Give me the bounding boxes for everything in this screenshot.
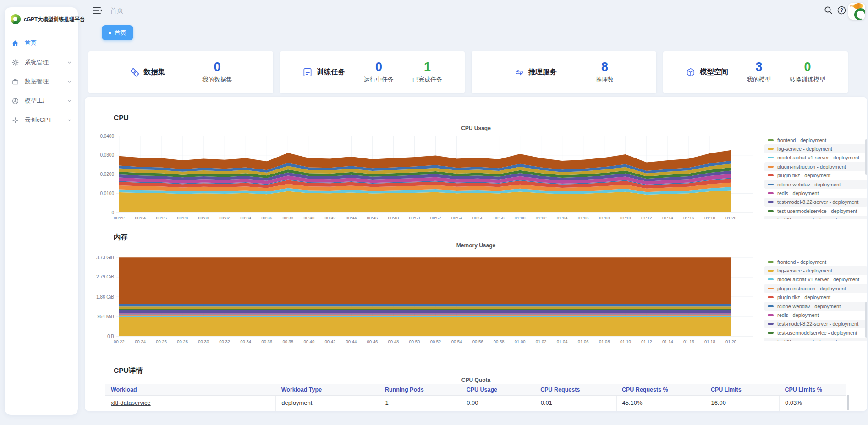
- legend-color-chip: [768, 305, 774, 307]
- x-tick-label: 00:42: [324, 339, 335, 344]
- cpu-chart: 00:2200:2400:2600:2800:3000:3200:3400:36…: [85, 133, 761, 226]
- x-tick-label: 00:28: [177, 339, 188, 344]
- stat-metric-label: 我的模型: [747, 76, 771, 84]
- legend-item[interactable]: rclone-webdav - deployment: [764, 180, 867, 189]
- stat-metric: 0转换训练模型: [790, 61, 825, 84]
- legend-label: redis - deployment: [777, 191, 819, 196]
- x-tick-label: 01:16: [683, 339, 694, 344]
- breadcrumb[interactable]: 首页: [110, 6, 123, 15]
- x-tick-label: 00:38: [282, 339, 293, 344]
- table-cell: [616, 410, 705, 412]
- x-tick-label: 01:18: [704, 215, 715, 220]
- stat-metric-value: 1: [412, 61, 442, 73]
- x-tick-label: 01:00: [515, 339, 526, 344]
- legend-item[interactable]: plugin-tikz - deployment: [764, 293, 867, 302]
- legend-item[interactable]: test-usermodelservice - deployment: [764, 207, 867, 215]
- legend-item-partial[interactable]: test08-server - deployment: [764, 338, 867, 341]
- sidebar-item-0[interactable]: 首页: [5, 33, 78, 53]
- stat-metric-label: 已完成任务: [412, 76, 442, 84]
- legend-item[interactable]: redis - deployment: [764, 189, 867, 197]
- legend-item[interactable]: redis - deployment: [764, 311, 867, 319]
- legend-label: redis - deployment: [777, 312, 819, 318]
- stat-card-3[interactable]: 模型空间3我的模型0转换训练模型: [663, 51, 848, 93]
- x-tick-label: 01:04: [557, 339, 568, 344]
- stat-metric: 1已完成任务: [412, 61, 442, 84]
- x-tick-label: 00:54: [451, 215, 462, 220]
- cpu-legend-scrollbar[interactable]: [865, 139, 867, 175]
- legend-item[interactable]: test-usermodelservice - deployment: [764, 328, 867, 337]
- x-tick-label: 00:36: [261, 339, 272, 344]
- memory-legend-scrollbar[interactable]: [865, 302, 867, 338]
- x-tick-label: 00:24: [135, 215, 146, 220]
- stat-card-1[interactable]: 训练任务0运行中任务1已完成任务: [280, 51, 465, 93]
- stat-card-0[interactable]: 数据集0我的数据集: [88, 51, 273, 93]
- x-tick-label: 00:56: [472, 339, 483, 344]
- legend-label: model-aichat-v1-server - deployment: [777, 277, 859, 282]
- legend-item[interactable]: plugin-tikz - deployment: [764, 171, 867, 180]
- legend-item[interactable]: rclone-webdav - deployment: [764, 302, 867, 311]
- legend-item[interactable]: frontend - deployment: [764, 257, 867, 266]
- help-icon[interactable]: ?: [837, 6, 846, 15]
- legend-item[interactable]: frontend - deployment: [764, 136, 867, 144]
- memory-chart: 00:2200:2400:2600:2800:3000:3200:3400:36…: [85, 255, 761, 349]
- x-tick-label: 00:30: [198, 339, 209, 344]
- stat-card-label: 推理服务: [528, 67, 557, 77]
- avatar[interactable]: Hi: [848, 3, 865, 20]
- menu-fold-icon[interactable]: [93, 6, 103, 15]
- legend-item[interactable]: model-aichat-v1-server - deployment: [764, 275, 867, 284]
- table-cell: [461, 410, 535, 412]
- legend-item[interactable]: test-model-8.22-server - deployment: [764, 198, 867, 207]
- x-tick-label: 00:58: [494, 215, 505, 220]
- x-tick-label: 00:22: [114, 215, 125, 220]
- factory-icon: [12, 98, 19, 104]
- x-tick-label: 00:50: [409, 215, 420, 220]
- sidebar-item-1[interactable]: 系统管理: [5, 53, 78, 72]
- legend-item[interactable]: plugin-instruction - deployment: [764, 284, 867, 293]
- area-series: [119, 316, 731, 317]
- sidebar-item-4[interactable]: 云创cGPT: [5, 110, 78, 130]
- table-header-cell: CPU Usage: [461, 384, 535, 396]
- table-cell: [105, 410, 276, 412]
- x-tick-label: 01:16: [683, 215, 694, 220]
- x-tick-label: 00:58: [494, 339, 505, 344]
- section-header-cpu: CPU: [114, 114, 129, 122]
- table-header-row: WorkloadWorkload TypeRunning PodsCPU Usa…: [105, 384, 846, 396]
- legend-item[interactable]: plugin-instruction - deployment: [764, 162, 867, 171]
- x-tick-label: 00:56: [472, 215, 483, 220]
- table-scrollbar[interactable]: [847, 395, 849, 410]
- stat-metric-value: 8: [596, 61, 614, 73]
- legend-item-partial[interactable]: test08-server - deployment: [764, 216, 867, 219]
- x-tick-label: 01:06: [578, 215, 589, 220]
- area-series: [119, 314, 731, 315]
- table-cell: [705, 410, 780, 412]
- stat-card-heading: 训练任务: [302, 67, 345, 77]
- sidebar-item-3[interactable]: 模型工厂: [5, 91, 78, 110]
- chevron-down-icon: [67, 79, 72, 84]
- stat-card-2[interactable]: 推理服务8推理数: [472, 51, 656, 93]
- legend-item[interactable]: model-aichat-v1-server - deployment: [764, 153, 867, 162]
- workload-link[interactable]: xltl-dataservice: [111, 399, 151, 406]
- legend-item[interactable]: test-model-8.22-server - deployment: [764, 320, 867, 328]
- x-tick-label: 00:54: [451, 339, 462, 344]
- x-tick-label: 00:46: [367, 339, 378, 344]
- table-header-cell: CPU Limits %: [780, 384, 846, 396]
- search-icon[interactable]: [824, 6, 833, 15]
- legend-color-chip: [768, 278, 774, 280]
- x-tick-label: 01:10: [620, 215, 631, 220]
- stat-metric-label: 推理数: [596, 76, 614, 84]
- tab-home[interactable]: 首页: [102, 25, 133, 40]
- x-tick-label: 00:50: [409, 339, 420, 344]
- legend-item[interactable]: log-service - deployment: [764, 144, 867, 153]
- table-header-cell: Workload: [105, 384, 276, 396]
- avatar-art: Hi: [850, 4, 853, 8]
- x-tick-label: 00:52: [430, 215, 441, 220]
- legend-item[interactable]: log-service - deployment: [764, 266, 867, 275]
- legend-label: test-usermodelservice - deployment: [777, 330, 857, 336]
- x-tick-label: 01:20: [725, 215, 736, 220]
- sidebar-item-2[interactable]: 数据管理: [5, 72, 78, 91]
- table-cell: [379, 410, 461, 412]
- x-tick-label: 00:26: [156, 215, 167, 220]
- table-row: xltl-dataservicedeployment10.000.0145.10…: [105, 396, 846, 410]
- legend-color-chip: [768, 296, 774, 298]
- stat-metric-label: 我的数据集: [203, 76, 232, 84]
